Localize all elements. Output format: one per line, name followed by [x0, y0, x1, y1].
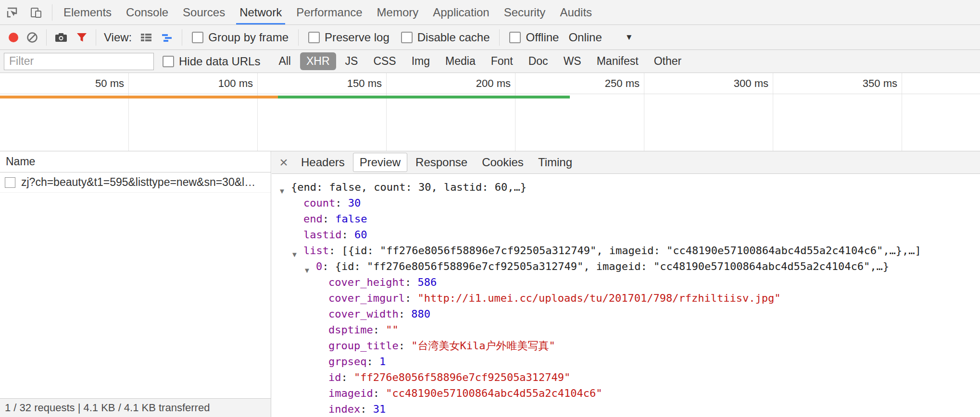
detail-tab-strip: HeadersPreviewResponseCookiesTiming: [294, 153, 579, 172]
list-view-icon: [139, 31, 153, 44]
timeline-tick-label: 350 ms: [863, 77, 897, 90]
tab-performance[interactable]: Performance: [289, 0, 369, 25]
token-key: id: [328, 371, 341, 383]
detail-tab-cookies[interactable]: Cookies: [476, 153, 530, 172]
token-key: 0: [316, 260, 322, 272]
preview-tree-line: dsptime: "": [272, 322, 980, 338]
detail-tab-timing[interactable]: Timing: [532, 153, 578, 172]
tab-console[interactable]: Console: [119, 0, 176, 25]
tab-application[interactable]: Application: [426, 0, 496, 25]
preview-tree-line: grpseq: 1: [272, 354, 980, 369]
token-str: "台湾美女Kila户外唯美写真": [411, 340, 555, 352]
tab-memory[interactable]: Memory: [370, 0, 426, 25]
preview-tree-line[interactable]: ▼{end: false, count: 30, lastid: 60,…}: [272, 179, 980, 195]
devtools-tab-bar: ElementsConsoleSourcesNetworkPerformance…: [0, 0, 980, 25]
timeline-grid: 50 ms100 ms150 ms200 ms250 ms300 ms350 m…: [0, 73, 980, 151]
timeline-header-divider: [0, 94, 980, 94]
detail-tab-preview[interactable]: Preview: [353, 153, 407, 172]
filter-manifest[interactable]: Manifest: [591, 52, 645, 70]
tab-network[interactable]: Network: [232, 0, 289, 25]
group-by-frame-checkbox[interactable]: Group by frame: [192, 31, 289, 44]
preview-tree-line: id: "ff276e8056f58896e7cf92505a312749": [272, 369, 980, 385]
requests-summary-text: 1 / 32 requests | 4.1 KB / 4.1 KB transf…: [5, 402, 210, 414]
checkbox-box: [509, 32, 521, 43]
filter-media[interactable]: Media: [439, 52, 482, 70]
filter-js[interactable]: JS: [339, 52, 364, 70]
filter-xhr[interactable]: XHR: [300, 52, 336, 70]
token-plain: :: [373, 387, 386, 399]
timeline-gridline-cell: 250 ms: [515, 73, 644, 151]
filter-all[interactable]: All: [272, 52, 297, 70]
tab-security[interactable]: Security: [497, 0, 553, 25]
timeline-gridline-cell: 50 ms: [0, 73, 129, 151]
detail-tab-headers[interactable]: Headers: [295, 153, 351, 172]
filter-img[interactable]: Img: [405, 52, 436, 70]
inspect-element-button[interactable]: [0, 0, 24, 25]
filter-ws[interactable]: WS: [557, 52, 588, 70]
overview-waterfall-bar: [0, 96, 570, 98]
tab-elements[interactable]: Elements: [56, 0, 119, 25]
requests-panel: Name zj?ch=beauty&t1=595&listtype=new&sn…: [0, 151, 271, 417]
timeline-gridline-cell: 200 ms: [387, 73, 515, 151]
waterfall-segment: [278, 96, 570, 98]
disable-cache-label: Disable cache: [417, 31, 490, 44]
request-row[interactable]: zj?ch=beauty&t1=595&listtype=new&sn=30&l…: [0, 172, 271, 193]
offline-checkbox[interactable]: Offline: [509, 31, 559, 44]
view-overview-button[interactable]: [161, 31, 174, 44]
token-key: group_title: [328, 340, 399, 352]
request-detail-panel: × HeadersPreviewResponseCookiesTiming ▼{…: [272, 151, 980, 417]
filter-doc[interactable]: Doc: [522, 52, 554, 70]
token-num: 586: [417, 276, 437, 288]
divider: [499, 29, 500, 46]
detail-tab-response[interactable]: Response: [409, 153, 474, 172]
name-header-label: Name: [6, 155, 35, 168]
token-plain: {end: false, count: 30, lastid: 60,…}: [291, 181, 527, 193]
checkbox-box: [192, 32, 203, 43]
clear-button[interactable]: [26, 31, 38, 44]
preview-tree-line[interactable]: ▼0: {id: "ff276e8056f58896e7cf92505a3127…: [272, 258, 980, 274]
preserve-log-checkbox[interactable]: Preserve log: [308, 31, 389, 44]
tab-audits[interactable]: Audits: [553, 0, 599, 25]
preview-tree-line: cover_width: 880: [272, 306, 980, 322]
preview-pane[interactable]: ▼{end: false, count: 30, lastid: 60,…}co…: [272, 174, 980, 417]
hide-data-urls-label: Hide data URLs: [179, 55, 260, 68]
throttling-dropdown[interactable]: Online ▼: [568, 31, 633, 44]
filter-other[interactable]: Other: [648, 52, 688, 70]
waterfall-view-icon: [161, 31, 174, 44]
close-icon[interactable]: ×: [274, 155, 294, 170]
token-str: "cc48190e57100864abc4d55a2c4104c6": [386, 387, 602, 399]
requests-summary-bar: 1 / 32 requests | 4.1 KB / 4.1 KB transf…: [0, 398, 271, 417]
divider: [298, 29, 299, 46]
view-label: View:: [104, 31, 132, 44]
timeline-gridline-cell: 150 ms: [258, 73, 387, 151]
network-toolbar: View: Group by frame Preserve log Disabl…: [0, 25, 980, 50]
filter-font[interactable]: Font: [485, 52, 519, 70]
record-button[interactable]: [9, 33, 18, 42]
hide-data-urls-checkbox[interactable]: Hide data URLs: [163, 55, 260, 68]
token-key: cover_height: [328, 276, 405, 288]
disable-cache-checkbox[interactable]: Disable cache: [401, 31, 490, 44]
preview-tree-line: group_title: "台湾美女Kila户外唯美写真": [272, 338, 980, 354]
timeline-gridline-cell: 350 ms: [773, 73, 902, 151]
chevron-down-icon: ▼: [625, 33, 633, 42]
preview-tree-line[interactable]: ▼list: [{id: "ff276e8056f58896e7cf92505a…: [272, 243, 980, 258]
token-num: 30: [348, 197, 361, 209]
filter-toggle-button[interactable]: [75, 31, 88, 44]
filter-css[interactable]: CSS: [367, 52, 402, 70]
main-tab-strip: ElementsConsoleSourcesNetworkPerformance…: [56, 0, 599, 25]
divider: [46, 29, 47, 46]
network-filter-bar: Hide data URLs AllXHRJSCSSImgMediaFontDo…: [0, 50, 980, 73]
filter-input[interactable]: [4, 53, 154, 70]
capture-screenshots-button[interactable]: [54, 31, 68, 44]
timeline-overview[interactable]: 50 ms100 ms150 ms200 ms250 ms300 ms350 m…: [0, 73, 980, 151]
device-toolbar-button[interactable]: [24, 0, 48, 25]
token-key: index: [328, 403, 360, 415]
token-str: "": [386, 324, 399, 336]
token-plain: [{id: "ff276e8056f58896e7cf92505a312749"…: [341, 245, 921, 257]
tab-sources[interactable]: Sources: [176, 0, 232, 25]
view-list-button[interactable]: [139, 31, 153, 44]
name-column-header[interactable]: Name: [0, 151, 271, 172]
token-str: "http://i1.umei.cc/uploads/tu/201701/798…: [417, 292, 780, 304]
timeline-tick-label: 300 ms: [734, 77, 768, 90]
token-plain: :: [399, 308, 412, 320]
